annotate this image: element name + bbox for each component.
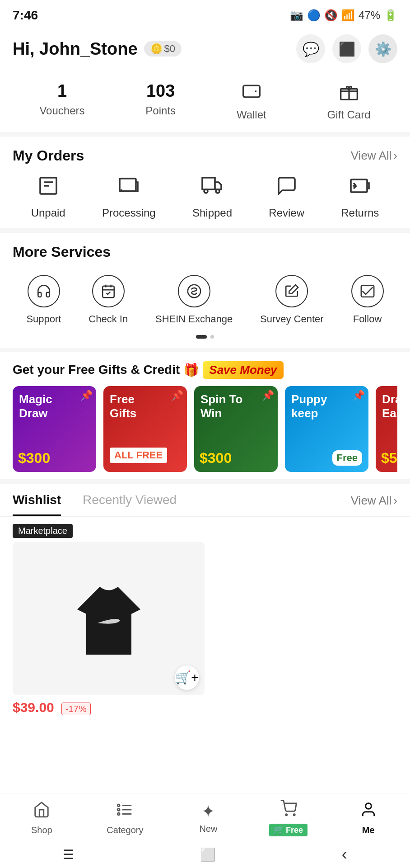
support-service[interactable]: Support bbox=[26, 275, 61, 326]
magic-draw-card[interactable]: 📌 MagicDraw $300 bbox=[13, 386, 96, 472]
battery-icon: 🔋 bbox=[384, 9, 397, 22]
nav-free[interactable]: 🛒 Free bbox=[269, 800, 308, 836]
shein-exchange-icon bbox=[178, 275, 210, 307]
follow-service[interactable]: Follow bbox=[351, 275, 384, 326]
pin-icon-4: 📌 bbox=[353, 390, 365, 401]
wallet-stat[interactable]: Wallet bbox=[237, 81, 266, 121]
gift-emoji: 🎁 bbox=[183, 363, 199, 377]
svg-point-13 bbox=[117, 804, 120, 807]
add-to-cart-button[interactable]: 🛒+ bbox=[175, 665, 199, 690]
spin-amount: $300 bbox=[200, 450, 232, 467]
draw-amount: $50 bbox=[381, 450, 397, 467]
review-label: Review bbox=[269, 207, 304, 219]
orders-view-all[interactable]: View All › bbox=[351, 149, 397, 163]
giftcard-icon bbox=[339, 81, 359, 105]
draw-label: DrawEasily bbox=[376, 386, 397, 427]
follow-label: Follow bbox=[353, 313, 382, 326]
survey-center-service[interactable]: Survey Center bbox=[260, 275, 324, 326]
android-nav: ☰ ⬜ ‹ bbox=[0, 841, 410, 868]
orders-title: My Orders bbox=[13, 147, 84, 164]
cart-icon bbox=[280, 800, 297, 821]
account-stats: 1 Vouchers 103 Points Wallet Gift Card bbox=[0, 72, 410, 137]
points-label: Points bbox=[145, 104, 176, 117]
nike-logo bbox=[64, 542, 154, 695]
wallet-icon bbox=[242, 81, 261, 105]
gifts-scroll[interactable]: 📌 MagicDraw $300 📌 FreeGifts ALL FREE 📌 … bbox=[13, 386, 397, 472]
shipped-order[interactable]: Shipped bbox=[192, 175, 232, 219]
new-label: New bbox=[199, 824, 217, 834]
bluetooth-icon: 🔵 bbox=[307, 9, 321, 22]
shop-icon bbox=[33, 801, 50, 822]
checkin-service[interactable]: Check In bbox=[89, 275, 128, 326]
status-icons: 📷 🔵 🔇 📶 47% 🔋 bbox=[290, 9, 397, 22]
status-bar: 7:46 📷 🔵 🔇 📶 47% 🔋 bbox=[0, 0, 410, 27]
category-icon bbox=[116, 801, 134, 822]
product-image: 🛒+ bbox=[13, 542, 205, 695]
pin-icon-3: 📌 bbox=[262, 390, 274, 401]
vouchers-label: Vouchers bbox=[39, 104, 84, 117]
draw-easily-card[interactable]: 📌 DrawEasily $50 bbox=[376, 386, 397, 472]
me-icon bbox=[360, 801, 377, 822]
review-order[interactable]: Review bbox=[269, 175, 304, 219]
free-badge: 🛒 Free bbox=[269, 824, 308, 836]
shipped-label: Shipped bbox=[192, 207, 232, 219]
new-icon: ✦ bbox=[201, 802, 215, 821]
gifts-banner-text: Get your Free Gifts & Credit bbox=[13, 363, 180, 377]
nav-me[interactable]: Me bbox=[346, 801, 391, 835]
points-stat[interactable]: 103 Points bbox=[145, 81, 176, 121]
vouchers-stat[interactable]: 1 Vouchers bbox=[39, 81, 84, 121]
free-gifts-card[interactable]: 📌 FreeGifts ALL FREE bbox=[103, 386, 187, 472]
camera-icon: 📷 bbox=[290, 9, 303, 22]
returns-icon bbox=[349, 175, 371, 201]
svg-point-14 bbox=[117, 808, 120, 811]
android-home-button[interactable]: ⬜ bbox=[200, 847, 216, 862]
product-grid: Marketplace 🛒+ $39.00 -17% bbox=[0, 517, 410, 722]
android-menu-button[interactable]: ☰ bbox=[63, 847, 74, 862]
svg-point-18 bbox=[365, 803, 371, 809]
nav-shop[interactable]: Shop bbox=[19, 801, 64, 835]
category-label: Category bbox=[107, 825, 143, 835]
wishlist-view-all[interactable]: View All › bbox=[351, 494, 397, 515]
spin-to-win-card[interactable]: 📌 Spin ToWin $300 bbox=[194, 386, 278, 472]
services-title: More Services bbox=[13, 244, 111, 260]
wishlist-section: Wishlist Recently Viewed View All › Mark… bbox=[0, 484, 410, 722]
greeting-text: Hi, John_Stone 🪙 $0 bbox=[13, 39, 182, 59]
follow-icon bbox=[351, 275, 384, 307]
giftcard-stat[interactable]: Gift Card bbox=[327, 81, 371, 121]
returns-order[interactable]: Returns bbox=[341, 175, 379, 219]
returns-label: Returns bbox=[341, 207, 379, 219]
customer-support-button[interactable]: 💬 bbox=[296, 34, 325, 63]
page-dots bbox=[13, 335, 397, 339]
price-discount: -17% bbox=[61, 703, 91, 715]
giftcard-label: Gift Card bbox=[327, 108, 371, 121]
marketplace-badge: Marketplace bbox=[13, 524, 73, 538]
svg-point-16 bbox=[285, 814, 287, 816]
tab-wishlist[interactable]: Wishlist bbox=[13, 493, 61, 516]
wallet-label: Wallet bbox=[237, 108, 266, 121]
svg-point-4 bbox=[204, 189, 208, 193]
shein-exchange-service[interactable]: SHEIN Exchange bbox=[155, 275, 233, 326]
tab-recently-viewed[interactable]: Recently Viewed bbox=[83, 493, 177, 516]
svg-point-17 bbox=[294, 814, 295, 816]
scan-button[interactable]: ⬛ bbox=[332, 34, 361, 63]
shop-label: Shop bbox=[31, 825, 52, 835]
unpaid-order[interactable]: Unpaid bbox=[31, 175, 65, 219]
svg-point-5 bbox=[216, 189, 219, 193]
gifts-banner: Get your Free Gifts & Credit 🎁 Save Mone… bbox=[13, 361, 397, 379]
shein-exchange-label: SHEIN Exchange bbox=[155, 313, 233, 326]
settings-button[interactable]: ⚙️ bbox=[368, 34, 397, 63]
wifi-icon: 📶 bbox=[341, 9, 355, 22]
android-back-button[interactable]: ‹ bbox=[342, 845, 347, 864]
gifts-section: Get your Free Gifts & Credit 🎁 Save Mone… bbox=[0, 352, 410, 484]
processing-order[interactable]: Processing bbox=[102, 175, 156, 219]
shipped-icon bbox=[201, 175, 223, 201]
nav-new[interactable]: ✦ New bbox=[186, 802, 231, 834]
unpaid-icon bbox=[37, 175, 59, 201]
services-header: More Services bbox=[13, 244, 397, 260]
product-card-nike[interactable]: Marketplace 🛒+ $39.00 -17% bbox=[13, 524, 205, 715]
magic-draw-amount: $300 bbox=[18, 450, 50, 467]
puppy-keep-card[interactable]: 📌 Puppykeep Free bbox=[285, 386, 368, 472]
unpaid-label: Unpaid bbox=[31, 207, 65, 219]
battery-level: 47% bbox=[359, 9, 380, 22]
nav-category[interactable]: Category bbox=[102, 801, 148, 835]
